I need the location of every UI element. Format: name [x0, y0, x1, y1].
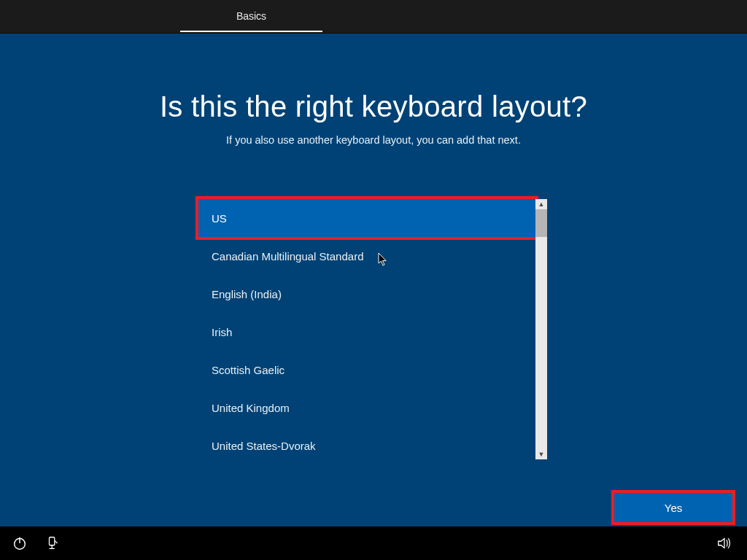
list-item[interactable]: United States-Dvorak [198, 427, 535, 464]
accessibility-icon[interactable] [45, 535, 61, 551]
main-panel: Is this the right keyboard layout? If yo… [0, 34, 747, 526]
page-title: Is this the right keyboard layout? [0, 90, 747, 123]
svg-rect-2 [50, 537, 55, 545]
keyboard-layout-list: US Canadian Multilingual Standard Englis… [198, 199, 547, 459]
page-subtitle: If you also use another keyboard layout,… [0, 134, 747, 146]
list-item[interactable]: Canadian Multilingual Standard [198, 237, 535, 275]
tab-basics[interactable]: Basics [180, 0, 322, 32]
bottom-bar [0, 526, 747, 560]
scroll-up-icon[interactable]: ▲ [535, 199, 547, 209]
scroll-down-icon[interactable]: ▼ [535, 449, 547, 459]
list-item[interactable]: Scottish Gaelic [198, 351, 535, 389]
list-item-selected[interactable]: US [198, 199, 535, 237]
list-item[interactable]: English (India) [198, 275, 535, 313]
power-icon[interactable] [12, 535, 28, 551]
list-item[interactable]: Irish [198, 313, 535, 351]
scrollbar[interactable]: ▲ ▼ [535, 199, 547, 459]
volume-icon[interactable] [716, 535, 732, 551]
yes-button[interactable]: Yes [614, 493, 732, 522]
yes-button-wrap: Yes [611, 490, 735, 525]
scroll-thumb[interactable] [535, 209, 547, 237]
list-item[interactable]: United Kingdom [198, 389, 535, 427]
top-bar: Basics [0, 0, 747, 34]
